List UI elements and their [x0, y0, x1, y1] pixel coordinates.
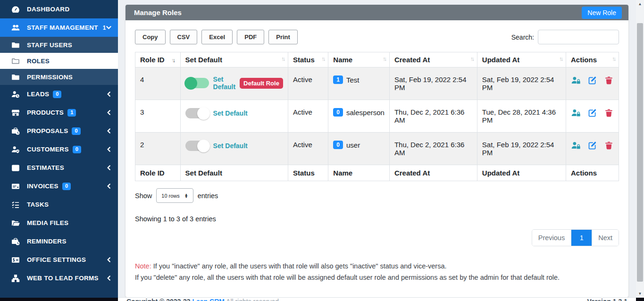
column-header-created-at[interactable]: Created At↑↓: [389, 52, 477, 67]
table-row: 3 Set Default Active: [135, 100, 619, 133]
search-input[interactable]: [538, 30, 619, 44]
user-count-badge: 0: [333, 108, 343, 117]
sidebar-item-invoices[interactable]: INVOICES 0: [0, 177, 118, 195]
user-lock-icon: [571, 75, 581, 87]
delete-action-button[interactable]: [604, 75, 614, 87]
excel-button[interactable]: Excel: [201, 30, 233, 44]
dashboard-icon: [10, 4, 21, 15]
permissions-action-button[interactable]: [571, 75, 581, 87]
sidebar-item-dashboard[interactable]: DASHBOARD: [0, 0, 118, 18]
set-default-toggle[interactable]: [185, 141, 209, 151]
pagination-next[interactable]: Next: [592, 230, 619, 246]
created-at-cell: Thu, Dec 2, 2021 6:36 AM: [389, 100, 477, 133]
column-header-set-default[interactable]: Set Default↑↓: [180, 52, 288, 67]
sidebar-item-staff-management[interactable]: STAFF MAMAGEMENT 1: [0, 18, 118, 37]
sidebar-item-products[interactable]: PRODUCTS 1: [0, 103, 118, 122]
scrollbar-thumb[interactable]: [637, 23, 643, 282]
export-buttons: Copy CSV Excel PDF Print: [135, 30, 298, 44]
folder-icon: [10, 56, 21, 66]
sidebar-item-label: STAFF USERS: [27, 42, 72, 49]
sidebar-item-tasks[interactable]: TASKS: [0, 195, 118, 214]
sidebar-item-customers[interactable]: CUSTOMERS 0: [0, 140, 118, 159]
sidebar-item-staff-users[interactable]: STAFF USERS: [0, 37, 118, 53]
scroll-up-arrow[interactable]: ▲: [636, 0, 644, 8]
print-button[interactable]: Print: [268, 30, 298, 44]
version-text: Version 1.3.1: [587, 298, 627, 301]
set-default-label: Set Default: [213, 75, 235, 91]
person-clock-icon: [10, 89, 21, 100]
footer-column-set-default[interactable]: Set Default: [180, 165, 288, 181]
role-id-cell: 4: [135, 67, 181, 100]
chevron-left-icon: [106, 276, 111, 281]
set-default-toggle[interactable]: [185, 78, 209, 88]
column-header-role-id[interactable]: Role ID↑↓: [135, 52, 181, 67]
role-name: Test: [346, 76, 360, 84]
sidebar-item-estimates[interactable]: ESTIMATES: [0, 159, 118, 177]
sidebar-item-reminders[interactable]: REMINDERS: [0, 232, 118, 251]
pdf-button[interactable]: PDF: [237, 30, 264, 44]
sidebar-item-roles[interactable]: ROLES: [0, 53, 118, 69]
folder-icon: [10, 40, 21, 50]
sort-icon: ↑↓: [612, 56, 615, 62]
permissions-action-button[interactable]: [571, 141, 581, 152]
card-body: Copy CSV Excel PDF Print Search:: [125, 20, 628, 297]
proposals-badge: 0: [72, 127, 80, 135]
edit-action-button[interactable]: [587, 141, 597, 152]
role-id-cell: 2: [135, 133, 181, 165]
sidebar-item-office-settings[interactable]: OFFICE SETTINGS: [0, 251, 118, 269]
sidebar-item-label: WEB TO LEAD FORMS: [27, 275, 99, 282]
sidebar-item-proposals[interactable]: PROPOSALS 0: [0, 122, 118, 140]
user-count-badge: 0: [333, 141, 343, 149]
edit-action-button[interactable]: [587, 75, 597, 87]
column-header-updated-at[interactable]: Updated At↑↓: [477, 52, 566, 67]
pagination: Previous 1 Next: [532, 229, 619, 246]
sidebar-item-label: PROPOSALS: [27, 127, 68, 134]
footer-column-created-at[interactable]: Created At: [389, 165, 477, 181]
invoice-card-icon: [10, 181, 21, 192]
footer-column-role-id[interactable]: Role ID: [135, 165, 181, 181]
footer-column-actions[interactable]: Actions: [566, 165, 619, 181]
delete-action-button[interactable]: [604, 141, 614, 152]
table-row: 2 Set Default Active: [135, 133, 619, 165]
column-header-status[interactable]: Status↑↓: [288, 52, 328, 67]
new-role-button[interactable]: New Role: [582, 7, 622, 19]
customers-badge: 0: [73, 146, 81, 153]
sort-icon: ↑↓: [559, 56, 562, 62]
footer-column-status[interactable]: Status: [288, 165, 328, 181]
column-header-name[interactable]: Name↑↓: [328, 52, 390, 67]
column-header-actions[interactable]: Actions↑↓: [566, 52, 619, 67]
pagination-page-1[interactable]: 1: [571, 230, 592, 246]
footer-column-updated-at[interactable]: Updated At: [477, 165, 566, 181]
chevron-left-icon: [106, 92, 111, 97]
updated-at-cell: Tue, Dec 28, 2021 4:36 PM: [477, 100, 566, 133]
page-size-select[interactable]: 10 rows ▲▼: [156, 188, 193, 203]
csv-button[interactable]: CSV: [170, 30, 198, 44]
sidebar-item-permissions[interactable]: PERMISSIONS: [0, 69, 118, 85]
edit-action-button[interactable]: [587, 108, 597, 119]
updated-at-cell: Sat, Feb 19, 2022 2:54 PM: [477, 67, 566, 100]
show-label: Show: [135, 192, 152, 200]
sidebar-item-media-files[interactable]: MEDIA FILES: [0, 214, 118, 232]
sidebar-item-leads[interactable]: LEADS 0: [0, 85, 118, 103]
sidebar-item-label: DASHBOARD: [27, 6, 69, 13]
open-folder-icon: [10, 218, 21, 228]
trash-icon: [604, 75, 614, 87]
brand-link[interactable]: Lean CRM: [192, 298, 224, 301]
footer-column-name[interactable]: Name: [328, 165, 390, 181]
sort-icon: ↑↓: [171, 57, 174, 64]
set-default-toggle[interactable]: [185, 108, 209, 118]
chevron-left-icon: [106, 165, 111, 170]
entries-label: entries: [198, 192, 218, 200]
select-arrows-icon: ▲▼: [184, 193, 188, 198]
user-lock-icon: [571, 108, 581, 119]
permissions-action-button[interactable]: [571, 108, 581, 119]
sidebar-item-label: INVOICES: [27, 183, 59, 190]
sidebar-item-web-to-lead-forms[interactable]: WEB TO LEAD FORMS: [0, 269, 118, 287]
role-name: user: [346, 141, 360, 149]
copy-button[interactable]: Copy: [135, 30, 166, 44]
pagination-previous[interactable]: Previous: [532, 230, 571, 246]
delete-action-button[interactable]: [604, 108, 614, 119]
chevron-down-icon: [106, 25, 111, 30]
scroll-down-arrow[interactable]: ▼: [636, 290, 644, 298]
updated-at-cell: Sat, Feb 19, 2022 2:54 PM: [477, 133, 566, 165]
